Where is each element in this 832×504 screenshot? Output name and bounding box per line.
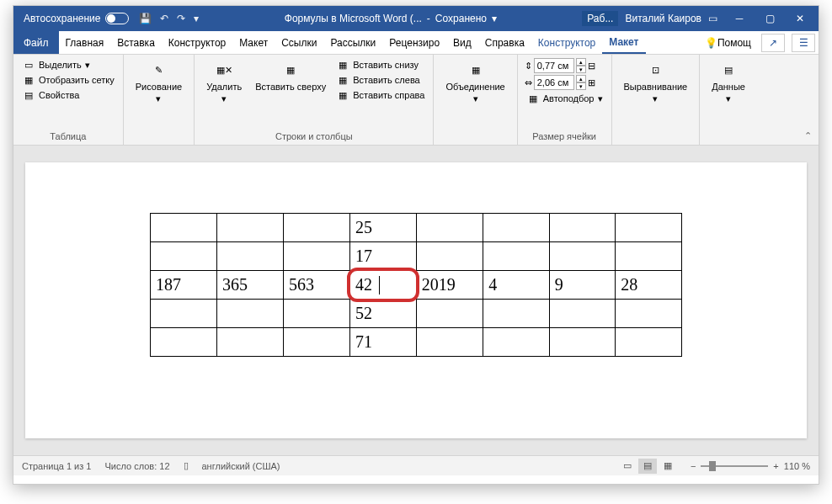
table-cell[interactable]: 2019 bbox=[416, 271, 483, 300]
table-cell[interactable] bbox=[483, 214, 550, 242]
height-down[interactable]: ▾ bbox=[576, 66, 586, 73]
table-cell[interactable] bbox=[549, 242, 616, 271]
close-button[interactable]: ✕ bbox=[785, 6, 815, 31]
distribute-cols-icon[interactable]: ⊞ bbox=[588, 77, 595, 88]
tell-me[interactable]: 💡 Помощ bbox=[698, 31, 758, 54]
autofit-button[interactable]: ▦Автоподбор ▾ bbox=[525, 92, 605, 105]
draw-button[interactable]: ✎ Рисование▾ bbox=[131, 58, 187, 106]
table-cell[interactable] bbox=[483, 300, 550, 328]
tab-help[interactable]: Справка bbox=[478, 31, 531, 54]
language-indicator[interactable]: английский (США) bbox=[202, 461, 280, 471]
delete-button[interactable]: ▦✕ Удалить▾ bbox=[201, 58, 247, 106]
tab-view[interactable]: Вид bbox=[446, 31, 478, 54]
tab-insert[interactable]: Вставка bbox=[110, 31, 162, 54]
table-cell[interactable]: 28 bbox=[616, 271, 682, 300]
table-cell[interactable] bbox=[416, 242, 483, 271]
table-cell[interactable] bbox=[284, 214, 350, 242]
table-cell[interactable] bbox=[616, 300, 682, 328]
table-cell[interactable]: 71 bbox=[350, 328, 417, 357]
table-cell[interactable]: 563 bbox=[284, 271, 350, 300]
table-cell[interactable] bbox=[549, 328, 616, 357]
height-input[interactable] bbox=[534, 58, 574, 73]
tab-layout[interactable]: Макет bbox=[232, 31, 275, 54]
insert-below-button[interactable]: ▦Вставить снизу bbox=[334, 58, 426, 72]
tab-review[interactable]: Рецензиро bbox=[382, 31, 446, 54]
tab-mailings[interactable]: Рассылки bbox=[323, 31, 382, 54]
table-cell[interactable]: 187 bbox=[151, 271, 217, 300]
zoom-out-button[interactable]: − bbox=[691, 461, 696, 471]
maximize-button[interactable]: ▢ bbox=[755, 6, 785, 31]
web-layout-icon[interactable]: ▦ bbox=[659, 459, 677, 474]
spellcheck-icon[interactable]: ▯ bbox=[184, 460, 189, 471]
undo-icon[interactable]: ↶ bbox=[160, 13, 168, 24]
read-mode-icon[interactable]: ▭ bbox=[618, 459, 637, 474]
tab-table-design[interactable]: Конструктор bbox=[531, 31, 602, 54]
zoom-slider[interactable] bbox=[701, 465, 768, 467]
redo-icon[interactable]: ↷ bbox=[177, 13, 185, 24]
width-up[interactable]: ▴ bbox=[576, 75, 586, 82]
table-cell[interactable]: 42 bbox=[350, 271, 417, 300]
autosave-toggle[interactable]: Автосохранение bbox=[24, 13, 129, 24]
zoom-level[interactable]: 110 % bbox=[784, 461, 810, 471]
share-button[interactable]: ↗ bbox=[761, 34, 785, 52]
insert-left-button[interactable]: ▦Вставить слева bbox=[334, 73, 426, 87]
gridlines-button[interactable]: ▦Отобразить сетку bbox=[20, 73, 116, 87]
table-cell[interactable] bbox=[483, 242, 550, 271]
table-cell[interactable] bbox=[616, 328, 682, 357]
insert-right-button[interactable]: ▦Вставить справа bbox=[334, 88, 426, 102]
table-cell[interactable] bbox=[284, 242, 350, 271]
print-layout-icon[interactable]: ▤ bbox=[638, 459, 657, 474]
width-down[interactable]: ▾ bbox=[576, 82, 586, 90]
tab-home[interactable]: Главная bbox=[59, 31, 111, 54]
alignment-button[interactable]: ⊡ Выравнивание▾ bbox=[619, 58, 693, 106]
height-up[interactable]: ▴ bbox=[576, 58, 586, 66]
toggle-switch[interactable] bbox=[105, 13, 129, 24]
document-table[interactable]: 251718736556342201949285271 bbox=[150, 213, 682, 357]
table-cell[interactable]: 17 bbox=[350, 242, 417, 271]
table-cell[interactable]: 52 bbox=[350, 300, 417, 328]
comments-button[interactable]: ☰ bbox=[792, 34, 815, 52]
tab-file[interactable]: Файл bbox=[13, 31, 59, 54]
table-cell[interactable]: 4 bbox=[483, 271, 550, 300]
table-cell[interactable] bbox=[217, 242, 284, 271]
table-cell[interactable] bbox=[549, 300, 616, 328]
table-cell[interactable]: 9 bbox=[549, 271, 616, 300]
data-button[interactable]: ▤ Данные▾ bbox=[707, 58, 750, 106]
table-cell[interactable] bbox=[416, 214, 483, 242]
distribute-rows-icon[interactable]: ⊟ bbox=[588, 61, 595, 72]
table-cell[interactable]: 25 bbox=[350, 214, 417, 242]
table-cell[interactable] bbox=[549, 214, 616, 242]
select-button[interactable]: ▭Выделить ▾ bbox=[20, 58, 116, 72]
table-cell[interactable] bbox=[151, 214, 217, 242]
qat-dropdown-icon[interactable]: ▾ bbox=[194, 13, 199, 24]
table-cell[interactable] bbox=[151, 300, 217, 328]
table-cell[interactable] bbox=[217, 300, 284, 328]
collapse-ribbon-icon[interactable]: ⌃ bbox=[804, 130, 812, 141]
ribbon-display-icon[interactable]: ▭ bbox=[708, 13, 717, 24]
tab-table-layout[interactable]: Макет bbox=[602, 31, 645, 54]
merge-button[interactable]: ▦ Объединение▾ bbox=[440, 58, 509, 106]
minimize-button[interactable]: ─ bbox=[724, 6, 755, 31]
table-cell[interactable] bbox=[284, 300, 350, 328]
table-cell[interactable] bbox=[616, 214, 682, 242]
page[interactable]: 251718736556342201949285271 bbox=[25, 162, 807, 438]
table-cell[interactable] bbox=[151, 328, 217, 357]
table-cell[interactable] bbox=[217, 328, 284, 357]
save-icon[interactable]: 💾 bbox=[139, 13, 152, 24]
table-cell[interactable]: 365 bbox=[217, 271, 284, 300]
table-cell[interactable] bbox=[284, 328, 350, 357]
table-cell[interactable] bbox=[483, 328, 550, 357]
table-cell[interactable] bbox=[416, 328, 483, 357]
saved-dropdown-icon[interactable]: ▾ bbox=[492, 13, 497, 24]
table-cell[interactable] bbox=[151, 242, 217, 271]
tab-references[interactable]: Ссылки bbox=[275, 31, 323, 54]
insert-above-button[interactable]: ▦ Вставить сверху bbox=[250, 58, 331, 93]
zoom-in-button[interactable]: + bbox=[773, 461, 778, 471]
tab-design[interactable]: Конструктор bbox=[162, 31, 232, 54]
word-count[interactable]: Число слов: 12 bbox=[104, 461, 169, 471]
table-cell[interactable] bbox=[217, 214, 284, 242]
width-input[interactable] bbox=[534, 75, 574, 90]
table-cell[interactable] bbox=[616, 242, 682, 271]
table-cell[interactable] bbox=[416, 300, 483, 328]
properties-button[interactable]: ▤Свойства bbox=[20, 88, 116, 102]
